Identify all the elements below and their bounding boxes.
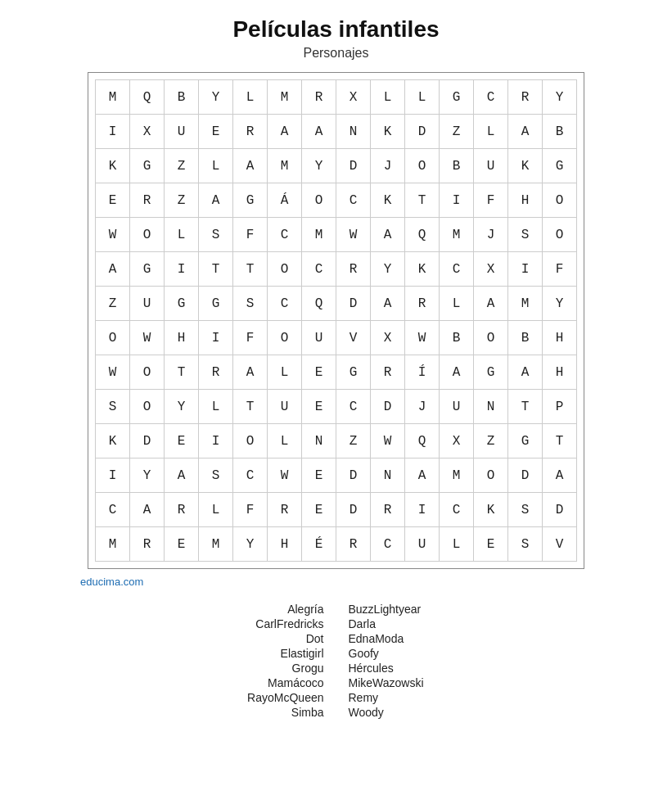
grid-cell: I (199, 321, 233, 355)
grid-cell: O (130, 218, 165, 252)
grid-cell: L (165, 218, 199, 252)
grid-cell: Q (405, 218, 440, 252)
word-list: AlegríaBuzzLightyearCarlFredricksDarlaDo… (193, 603, 480, 719)
word-item-left: Elastigirl (193, 647, 324, 660)
word-item-right: Darla (349, 617, 480, 630)
word-item-right: Woody (349, 706, 480, 719)
grid-cell: Í (405, 355, 440, 390)
grid-cell: F (233, 218, 268, 252)
grid-cell: R (371, 493, 405, 527)
educima-link[interactable]: educima.com (80, 576, 143, 588)
grid-cell: Q (130, 80, 165, 115)
grid-cell: A (165, 458, 199, 493)
grid-cell: G (130, 252, 165, 287)
page-subtitle: Personajes (303, 46, 368, 61)
grid-cell: L (405, 80, 440, 115)
grid-cell: Y (199, 80, 233, 115)
grid-cell: X (130, 115, 165, 149)
grid-cell: C (268, 218, 302, 252)
grid-cell: Z (165, 149, 199, 183)
page-title: Películas infantiles (232, 16, 439, 43)
grid-cell: E (474, 527, 508, 562)
grid-cell: X (336, 80, 371, 115)
grid-cell: W (405, 321, 440, 355)
grid-cell: Y (233, 527, 268, 562)
grid-cell: I (96, 458, 130, 493)
grid-cell: K (474, 493, 508, 527)
grid-cell: R (508, 80, 543, 115)
word-item-right: Goofy (349, 647, 480, 660)
grid-cell: G (165, 287, 199, 321)
grid-cell: J (405, 390, 440, 424)
grid-cell: S (199, 218, 233, 252)
grid-cell: U (165, 115, 199, 149)
grid-cell: D (371, 390, 405, 424)
grid-cell: L (233, 80, 268, 115)
grid-cell: E (302, 355, 336, 390)
word-search-grid: MQBYLMRXLLGCRYIXUERAANKDZLABKGZLAMYDJOBU… (88, 72, 584, 569)
grid-cell: A (371, 218, 405, 252)
grid-cell: T (233, 252, 268, 287)
grid-cell: R (302, 80, 336, 115)
grid-cell: G (199, 287, 233, 321)
grid-cell: A (440, 355, 474, 390)
grid-cell: Y (371, 252, 405, 287)
grid-cell: J (371, 149, 405, 183)
grid-cell: S (96, 390, 130, 424)
grid-cell: L (199, 390, 233, 424)
word-item-left: RayoMcQueen (193, 691, 324, 704)
grid-cell: T (165, 355, 199, 390)
grid-cell: L (268, 424, 302, 458)
grid-cell: M (440, 458, 474, 493)
grid-cell: G (336, 355, 371, 390)
grid-cell: C (440, 252, 474, 287)
word-item-right: BuzzLightyear (349, 603, 480, 616)
grid-cell: F (543, 252, 577, 287)
grid-cell: K (96, 424, 130, 458)
grid-cell: G (233, 183, 268, 218)
grid-cell: S (233, 287, 268, 321)
grid-cell: B (440, 321, 474, 355)
grid-cell: P (543, 390, 577, 424)
grid-cell: A (508, 355, 543, 390)
grid-cell: A (233, 355, 268, 390)
grid-cell: Z (96, 287, 130, 321)
grid-cell: L (474, 115, 508, 149)
grid-cell: D (336, 458, 371, 493)
grid-cell: G (130, 149, 165, 183)
grid-cell: R (199, 355, 233, 390)
grid-cell: V (336, 321, 371, 355)
letter-grid: MQBYLMRXLLGCRYIXUERAANKDZLABKGZLAMYDJOBU… (95, 79, 577, 562)
grid-cell: M (268, 80, 302, 115)
grid-cell: I (199, 424, 233, 458)
grid-cell: B (165, 80, 199, 115)
word-item-right: Hércules (349, 662, 480, 675)
grid-cell: H (165, 321, 199, 355)
grid-cell: E (199, 115, 233, 149)
grid-cell: I (405, 493, 440, 527)
grid-cell: C (302, 252, 336, 287)
grid-cell: F (474, 183, 508, 218)
grid-cell: U (440, 390, 474, 424)
grid-cell: O (543, 218, 577, 252)
grid-cell: U (302, 321, 336, 355)
grid-cell: O (474, 458, 508, 493)
grid-cell: C (440, 493, 474, 527)
grid-cell: B (543, 115, 577, 149)
grid-cell: Q (405, 424, 440, 458)
grid-cell: G (508, 424, 543, 458)
grid-cell: C (233, 458, 268, 493)
grid-cell: R (371, 355, 405, 390)
grid-cell: A (302, 115, 336, 149)
grid-cell: X (474, 252, 508, 287)
grid-cell: R (268, 493, 302, 527)
grid-cell: O (130, 390, 165, 424)
grid-cell: O (405, 149, 440, 183)
grid-cell: M (96, 80, 130, 115)
grid-cell: X (371, 321, 405, 355)
word-item-right: MikeWazowski (349, 676, 480, 689)
grid-cell: T (543, 424, 577, 458)
grid-cell: N (336, 115, 371, 149)
grid-cell: M (268, 149, 302, 183)
grid-cell: V (543, 527, 577, 562)
